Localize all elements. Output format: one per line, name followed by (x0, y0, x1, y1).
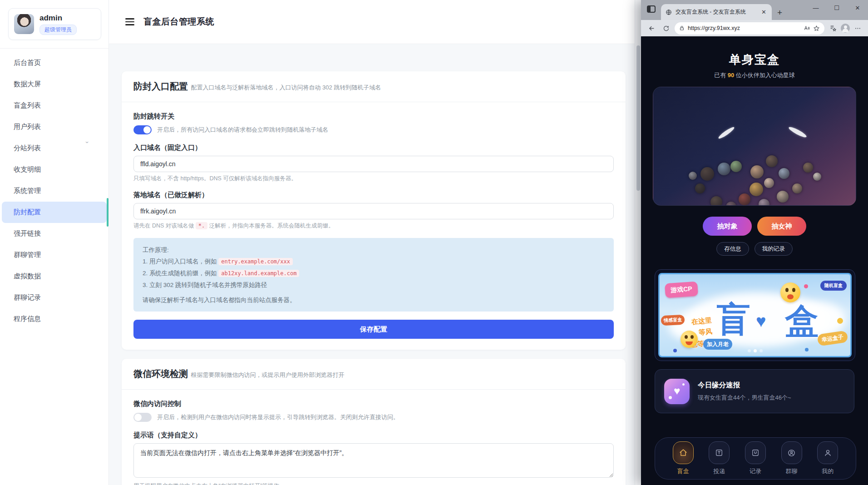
nav-item-send[interactable]: 投递 (709, 441, 730, 475)
browser-toolbar: https://grzy.91wx.xyz (641, 20, 868, 36)
sidebar-item-5[interactable]: 分站列表 (2, 138, 107, 159)
save-info-button[interactable]: 存信息 (716, 242, 749, 256)
collections-icon[interactable] (827, 22, 839, 34)
card1-title: 防封入口配置 (133, 81, 188, 91)
landing-domain-input[interactable] (133, 203, 614, 219)
tip-textarea[interactable]: 当前页面无法在微信内打开，请点击右上角菜单并选择“在浏览器中打开”。 (133, 443, 614, 478)
member-avatar (777, 191, 789, 203)
banner-container: 游戏CP 随机盲盒 情感盲盒 在这里 等风 也等你 盲 ♥ 盒 幸运盒子 加入月… (655, 269, 855, 361)
wechat-detection-card: 微信环境检测 根据需要限制微信内访问，或提示用户使用外部浏览器打开 微信内访问控… (122, 359, 626, 485)
tab-close-icon[interactable]: ✕ (760, 9, 767, 15)
sidebar-item-1[interactable]: 后台首页 (2, 52, 107, 74)
banner-tag-game-cp: 游戏CP (665, 282, 698, 298)
banner-heart: ♥ (756, 312, 766, 331)
banner-emoji-bottom (681, 331, 698, 348)
member-avatar (689, 172, 697, 180)
card1-header: 防封入口配置 配置入口域名与泛解析落地域名，入口访问将自动 302 跳转到随机子… (122, 71, 626, 102)
wechat-toggle-label: 微信内访问控制 (133, 400, 614, 408)
draw-partner-button[interactable]: 抽对象 (703, 217, 752, 236)
sidebar-menu: 后台首页数据大屏盲盒列表用户列表分站列表收支明细系统管理防封配置强开链接群聊管理… (0, 49, 108, 333)
sidebar-item-label: 收支明细 (14, 165, 41, 174)
member-avatar (739, 193, 750, 205)
back-icon[interactable] (646, 22, 657, 34)
daily-report-card[interactable]: ♥ 今日缘分速报 现有女生盲盒44个，男生盲盒46个~ (655, 369, 854, 413)
sidebar-item-7[interactable]: 系统管理 (2, 180, 107, 202)
web-page: 单身宝盒 已有 90 位小伙伴加入心动星球 抽对象 抽女神 存信息 我的记录 游… (641, 36, 868, 485)
profile-avatar-icon[interactable] (841, 24, 850, 33)
member-avatar (700, 167, 714, 181)
report-desc: 现有女生盲盒44个，男生盲盒46个~ (698, 394, 791, 402)
hamburger-menu-icon[interactable] (125, 18, 134, 25)
admin-app: admin 超级管理员 后台首页数据大屏盲盒列表用户列表分站列表收支明细系统管理… (0, 0, 641, 485)
submenu-chevron-icon[interactable]: › (84, 141, 91, 143)
refresh-icon[interactable] (660, 22, 672, 34)
card2-title: 微信环境检测 (133, 369, 188, 379)
sidebar-item-6[interactable]: 收支明细 (2, 159, 107, 180)
nav-item-home[interactable]: 盲盒 (673, 441, 694, 475)
read-aloud-icon[interactable] (803, 25, 810, 32)
save-config-button[interactable]: 保存配置 (133, 320, 614, 339)
new-tab-button[interactable]: + (777, 8, 782, 17)
scrollbar-thumb[interactable] (636, 45, 640, 191)
redirect-toggle-desc: 开启后，所有访问入口域名的请求都会立即跳转到随机落地子域名 (157, 126, 328, 134)
entry-domain-input[interactable] (133, 156, 614, 172)
address-bar[interactable]: https://grzy.91wx.xyz (675, 22, 824, 35)
browser-tab[interactable]: 交友盲盒系统 - 交友盲盒系统 ✕ (661, 4, 772, 20)
page-title: 单身宝盒 (641, 52, 868, 68)
my-records-button[interactable]: 我的记录 (755, 242, 793, 256)
how-note: 请确保泛解析子域名与入口域名都指向当前站点服务器。 (143, 295, 605, 305)
wechat-toggle-desc: 开启后，检测到用户在微信内访问时将显示提示，引导跳转到浏览器。关闭则允许直接访问… (157, 413, 399, 421)
avatar-sphere-card[interactable] (653, 87, 856, 206)
sidebar-item-9[interactable]: 强开链接 (2, 223, 107, 244)
how-step-3: 3. 立刻 302 跳转到随机子域名并携带原始路径 (143, 279, 605, 291)
wildcard-chip: *. (196, 222, 207, 229)
banner-hand-text-1: 在这里 (691, 316, 712, 327)
redirect-toggle[interactable] (133, 125, 152, 134)
banner-hand-text-2: 等风 (698, 327, 713, 337)
sidebar-item-label: 虚拟数据 (14, 272, 41, 281)
how-title: 工作原理: (143, 244, 605, 256)
close-window-button[interactable]: ✕ (847, 0, 868, 16)
sidebar-item-3[interactable]: 盲盒列表 (2, 95, 107, 116)
sidebar-item-4[interactable]: 用户列表 (2, 116, 107, 138)
carousel-dots[interactable] (660, 349, 850, 352)
draw-goddess-button[interactable]: 抽女神 (757, 217, 806, 236)
redirect-toggle-label: 防封跳转开关 (133, 112, 614, 121)
banner-carousel[interactable]: 游戏CP 随机盲盒 情感盲盒 在这里 等风 也等你 盲 ♥ 盒 幸运盒子 加入月… (658, 273, 852, 357)
sidebar-item-13[interactable]: 程序信息 (2, 308, 107, 330)
member-avatar (750, 183, 763, 196)
tab-actions-icon[interactable] (647, 5, 656, 13)
sidebar-item-8[interactable]: 防封配置 (2, 202, 107, 223)
sidebar-item-label: 分站列表 (14, 144, 41, 153)
nav-item-records[interactable]: 记录 (745, 441, 766, 475)
member-avatar (710, 196, 722, 206)
sidebar-item-label: 程序信息 (14, 315, 41, 323)
landing-domain-label: 落地域名（已做泛解析） (133, 191, 614, 199)
member-avatar (792, 183, 802, 193)
member-avatar (759, 199, 769, 206)
nav-item-label: 记录 (750, 467, 761, 475)
nav-item-label: 盲盒 (677, 467, 689, 475)
wechat-access-toggle[interactable] (133, 413, 152, 422)
minimize-button[interactable]: — (805, 0, 826, 16)
user-name: admin (39, 13, 77, 23)
nav-item-me[interactable]: 我的 (817, 441, 838, 475)
secondary-buttons-row: 存信息 我的记录 (641, 242, 868, 256)
favorite-star-icon[interactable] (813, 25, 820, 32)
sidebar-item-11[interactable]: 虚拟数据 (2, 266, 107, 287)
profile-card[interactable]: admin 超级管理员 (8, 8, 101, 40)
maximize-button[interactable]: ☐ (826, 0, 847, 16)
report-title: 今日缘分速报 (698, 381, 791, 390)
sidebar-item-2[interactable]: 数据大屏 (2, 74, 107, 95)
admin-scrollbar[interactable] (635, 0, 641, 485)
sidebar-item-10[interactable]: 群聊管理 (2, 244, 107, 266)
sidebar-item-12[interactable]: 群聊记录 (2, 287, 107, 308)
landing-domain-help: 请先在 DNS 对该域名做 *. 泛解析，并指向本服务器。系统会随机生成前缀。 (133, 222, 614, 230)
card1-subtitle: 配置入口域名与泛解析落地域名，入口访问将自动 302 跳转到随机子域名 (191, 84, 381, 91)
settings-dots-icon[interactable] (852, 22, 863, 34)
nav-item-group[interactable]: 群聊 (781, 441, 802, 475)
banner-tag-emotion-box: 情感盲盒 (661, 315, 685, 326)
member-avatar (750, 165, 764, 178)
window-controls: — ☐ ✕ (805, 0, 868, 16)
banner-dot-pink (804, 284, 808, 288)
